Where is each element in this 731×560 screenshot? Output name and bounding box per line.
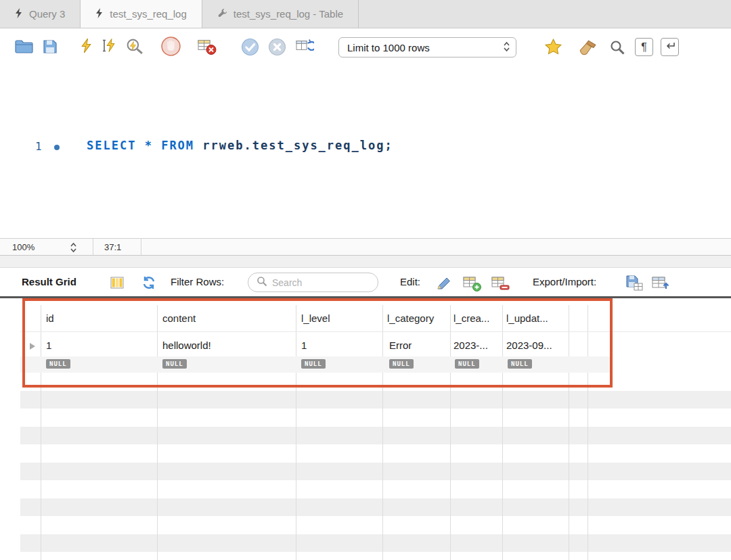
search-input[interactable]: [272, 277, 370, 288]
table-delete-icon: [491, 275, 510, 294]
grid-view-button[interactable]: [110, 276, 124, 292]
star-icon: [544, 38, 563, 60]
null-badge[interactable]: NULL: [46, 359, 70, 369]
sql-keyword: SELECT: [87, 139, 136, 152]
wrench-icon: [217, 8, 227, 20]
cursor-position: 37:1: [104, 242, 121, 252]
result-grid: id content l_level l_category l_crea... …: [0, 298, 731, 560]
column-separator[interactable]: [450, 305, 451, 560]
execute-query-button[interactable]: [81, 38, 92, 56]
check-circle-icon: [241, 38, 259, 59]
stepper-chevrons-icon: [503, 41, 510, 55]
statement-marker-dot: [54, 145, 60, 150]
tab-label: test_sys_req_log: [110, 8, 186, 20]
zoom-stepper[interactable]: [70, 241, 77, 256]
floppy-disk-icon: [43, 39, 58, 57]
line-number: 1: [35, 140, 42, 153]
x-circle-icon: [268, 38, 286, 59]
cell-l-level[interactable]: 1: [301, 340, 307, 351]
export-recordset-button[interactable]: [625, 275, 643, 294]
tab-label: Query 3: [29, 8, 65, 20]
autocommit-icon: [295, 38, 314, 57]
stop-on-error-icon: [198, 37, 217, 58]
tab-test-sys-req-log[interactable]: test_sys_req_log: [81, 0, 202, 28]
tab-test-sys-req-log-table[interactable]: test_sys_req_log - Table: [202, 0, 359, 28]
null-badge[interactable]: NULL: [301, 359, 326, 369]
pane-splitter[interactable]: [0, 256, 731, 268]
grid-columns-icon: [110, 276, 124, 292]
column-separator[interactable]: [296, 305, 296, 560]
delete-row-button[interactable]: [491, 275, 510, 294]
column-header-l-updat[interactable]: l_updat...: [506, 312, 548, 324]
sql-identifier: rrweb.test_sys_req_log;: [194, 139, 393, 152]
open-file-button[interactable]: [15, 39, 33, 56]
sql-editor[interactable]: 1 SELECT * FROM rrweb.test_sys_req_log;: [0, 66, 731, 238]
column-separator[interactable]: [569, 305, 569, 560]
query-toolbar: Limit to 1000 rows ¶: [0, 28, 731, 66]
sql-operator: *: [136, 139, 161, 152]
pilcrow-icon: ¶: [641, 41, 647, 53]
stop-query-button[interactable]: [160, 36, 181, 60]
folder-icon: [15, 39, 33, 56]
column-separator[interactable]: [41, 305, 41, 560]
refresh-button[interactable]: [141, 275, 156, 293]
table-add-icon: [463, 275, 481, 294]
column-separator[interactable]: [588, 305, 588, 560]
divider: [93, 239, 93, 255]
null-badge[interactable]: NULL: [389, 359, 414, 369]
cell-l-crea[interactable]: 2023-...: [453, 340, 488, 351]
edit-label: Edit:: [400, 276, 420, 287]
beautify-sql-button[interactable]: [577, 39, 598, 59]
magnifier-icon: [609, 39, 625, 58]
commit-button[interactable]: [241, 38, 259, 59]
null-badge[interactable]: NULL: [455, 359, 479, 369]
column-separator[interactable]: [502, 305, 503, 560]
column-header-l-crea[interactable]: l_crea...: [453, 312, 489, 324]
refresh-icon: [141, 275, 156, 293]
tab-query-3[interactable]: Query 3: [0, 0, 81, 28]
edit-cell-button[interactable]: [437, 277, 454, 293]
toggle-word-wrap-button[interactable]: [661, 38, 679, 56]
null-badge[interactable]: NULL: [508, 359, 532, 369]
row-limit-dropdown[interactable]: Limit to 1000 rows: [338, 37, 516, 57]
header-divider: [20, 331, 731, 332]
row-marker[interactable]: [30, 343, 35, 350]
save-button[interactable]: [43, 39, 58, 57]
null-badge[interactable]: NULL: [162, 359, 187, 369]
toggle-stop-on-error-button[interactable]: [198, 37, 217, 58]
find-button[interactable]: [609, 39, 625, 58]
tab-label: test_sys_req_log - Table: [234, 8, 343, 20]
lightning-icon: [95, 8, 104, 20]
lightning-icon: [15, 8, 23, 20]
sql-keyword: FROM: [161, 139, 194, 152]
execute-current-statement-button[interactable]: [101, 38, 117, 56]
column-header-id[interactable]: id: [46, 312, 54, 324]
toggle-autocommit-button[interactable]: [295, 38, 314, 57]
cell-id[interactable]: 1: [46, 340, 51, 351]
magnifier-lightning-icon: [126, 38, 144, 57]
stop-hand-icon: [160, 36, 181, 60]
cell-l-category[interactable]: Error: [389, 340, 412, 351]
insert-row-button[interactable]: [463, 275, 481, 294]
column-separator[interactable]: [382, 305, 383, 560]
editor-status-bar: 100% 37:1: [0, 238, 731, 256]
search-icon: [257, 276, 267, 289]
zoom-level: 100%: [12, 242, 35, 252]
column-header-l-level[interactable]: l_level: [301, 312, 330, 324]
column-separator[interactable]: [157, 305, 158, 560]
export-icon: [625, 275, 643, 294]
broom-icon: [577, 39, 598, 59]
lightning-icon: [81, 38, 92, 56]
lightning-cursor-icon: [101, 38, 117, 56]
explain-query-button[interactable]: [126, 38, 144, 57]
cell-content[interactable]: helloworld!: [162, 340, 211, 351]
toggle-invisible-characters-button[interactable]: ¶: [635, 38, 653, 56]
result-grid-toolbar: Result Grid Filter Rows: Edit: Export/Im…: [0, 268, 731, 298]
filter-search-box[interactable]: [248, 273, 378, 292]
column-header-content[interactable]: content: [162, 312, 196, 324]
cell-l-updat[interactable]: 2023-09...: [506, 340, 552, 351]
save-snippet-button[interactable]: [544, 38, 563, 60]
rollback-button[interactable]: [268, 38, 286, 59]
import-recordset-button[interactable]: [651, 275, 669, 294]
column-header-l-category[interactable]: l_category: [387, 312, 434, 324]
